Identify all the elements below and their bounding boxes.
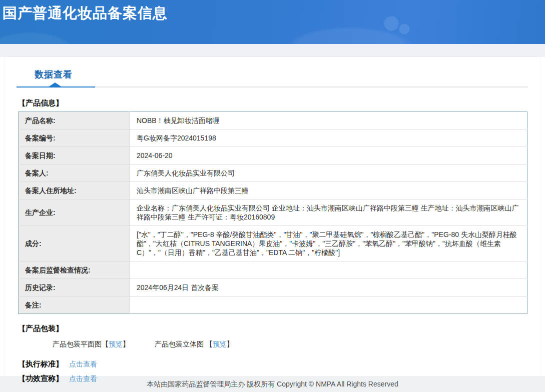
bracket-open: 【 (102, 340, 109, 348)
efficacy-section-title: 【功效宣称】 (18, 374, 63, 382)
row-label: 备案编号: (19, 130, 130, 147)
table-row: 备注: (19, 296, 527, 314)
standard-row: 【执行标准】点击查看 (18, 360, 528, 369)
row-value (130, 262, 527, 279)
packaging-stereo-label: 产品包装立体图 (155, 340, 206, 348)
table-row: 生产企业: 企业名称：广东俏美人化妆品实业有限公司 企业地址：汕头市潮南区峡山广… (19, 200, 527, 226)
page-header: 国产普通化妆品备案信息 (0, 0, 545, 44)
tab-underline (17, 86, 528, 88)
preview-link-label[interactable]: 预览 (213, 340, 227, 348)
row-label: 备案人: (19, 164, 130, 182)
packaging-flat-label: 产品包装平面图 (53, 340, 102, 348)
row-value: 粤G妆网备字2024015198 (130, 130, 527, 147)
header-divider-band (0, 44, 545, 57)
standard-section-title: 【执行标准】 (18, 360, 63, 368)
bracket-close: 】 (227, 340, 234, 348)
table-row: 产品名称: NOBB！柚见卸妆洁面啫喱 (19, 112, 527, 130)
row-value: 企业名称：广东俏美人化妆品实业有限公司 企业地址：汕头市潮南区峡山广祥路中段第三… (130, 200, 527, 226)
row-label: 备案日期: (19, 147, 130, 164)
row-label: 历史记录: (19, 279, 130, 296)
row-label: 生产企业: (19, 200, 130, 226)
product-info-section-title: 【产品信息】 (18, 98, 528, 108)
row-value: ["水"，"丁二醇"，"PEG-8 辛酸/癸酸甘油酯类"，"甘油"，"聚二甲基硅… (130, 226, 527, 262)
table-row: 备案后监督检查情况: (19, 262, 527, 279)
table-row: 备案日期: 2024-06-20 (19, 147, 527, 164)
packaging-section-title: 【产品包装】 (18, 324, 528, 334)
content-card: 数据查看 【产品信息】 产品名称: NOBB！柚见卸妆洁面啫喱 备案编号: 粤G… (5, 57, 540, 376)
packaging-stereo-group: 产品包装立体图 【预览】 (155, 340, 234, 349)
row-label: 产品名称: (19, 112, 130, 130)
packaging-flat-group: 产品包装平面图【预览】 (53, 340, 130, 349)
standard-view-link[interactable]: 点击查看 (69, 360, 97, 368)
table-row: 历史记录: 2024年06月24日 首次备案 (19, 279, 527, 296)
row-label: 备案人住所地址: (19, 182, 130, 200)
table-row: 备案人: 广东俏美人化妆品实业有限公司 (19, 164, 527, 182)
efficacy-view-link[interactable]: 点击查看 (69, 374, 97, 382)
row-value: 广东俏美人化妆品实业有限公司 (130, 164, 527, 182)
table-row: 备案人住所地址: 汕头市潮南区峡山广祥路中段第三幢 (19, 182, 527, 200)
bracket-close: 】 (123, 340, 130, 348)
active-tab-indicator (17, 86, 95, 88)
preview-link-label[interactable]: 预览 (109, 340, 123, 348)
row-value (130, 296, 527, 314)
row-value: 2024-06-20 (130, 147, 527, 164)
packaging-flat-preview-link[interactable]: 【预览】 (102, 340, 130, 348)
row-value: 2024年06月24日 首次备案 (130, 279, 527, 296)
bracket-open: 【 (206, 340, 213, 348)
row-value: 汕头市潮南区峡山广祥路中段第三幢 (130, 182, 527, 200)
row-label: 备注: (19, 296, 130, 314)
row-label: 备案后监督检查情况: (19, 262, 130, 279)
table-row: 成分: ["水"，"丁二醇"，"PEG-8 辛酸/癸酸甘油酯类"，"甘油"，"聚… (19, 226, 527, 262)
product-info-table: 产品名称: NOBB！柚见卸妆洁面啫喱 备案编号: 粤G妆网备字20240151… (18, 112, 527, 314)
page-title: 国产普通化妆品备案信息 (0, 0, 545, 24)
tab-bar: 数据查看 (17, 57, 528, 86)
row-label: 成分: (19, 226, 130, 262)
row-value: NOBB！柚见卸妆洁面啫喱 (130, 112, 527, 130)
active-tab-triangle-icon (49, 82, 61, 86)
packaging-stereo-preview-link[interactable]: 【预览】 (206, 340, 234, 348)
packaging-previews: 产品包装平面图【预览】 产品包装立体图 【预览】 (53, 340, 528, 349)
copyright-text: 本站由国家药品监督管理局主办 版权所有 Copyright © NMPA All… (147, 380, 398, 388)
table-row: 备案编号: 粤G妆网备字2024015198 (19, 130, 527, 147)
